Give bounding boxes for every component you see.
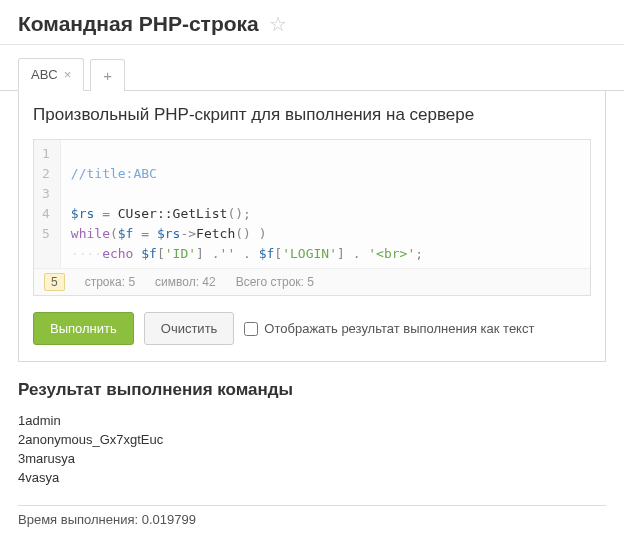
divider <box>18 505 606 506</box>
status-line: строка: 5 <box>85 275 135 289</box>
execute-button[interactable]: Выполнить <box>33 312 134 345</box>
panel-title: Произвольный PHP-скрипт для выполнения н… <box>33 105 591 125</box>
as-text-label: Отображать результат выполнения как текс… <box>264 321 534 336</box>
current-line-indicator: 5 <box>44 273 65 291</box>
tab-abc[interactable]: ABC × <box>18 58 84 91</box>
clear-button[interactable]: Очистить <box>144 312 235 345</box>
editor-status-bar: 5 строка: 5 символ: 42 Всего строк: 5 <box>34 268 590 295</box>
as-text-checkbox-row[interactable]: Отображать результат выполнения как текс… <box>244 321 534 336</box>
line-gutter: 1 2 3 4 5 <box>34 140 61 268</box>
tab-add-button[interactable]: + <box>90 59 125 91</box>
close-icon[interactable]: × <box>64 67 72 82</box>
result-output: 1admin 2anonymous_Gx7xgtEuc 3marusya 4va… <box>18 412 606 487</box>
result-title: Результат выполнения команды <box>18 380 606 400</box>
code-editor[interactable]: 1 2 3 4 5 //title:ABC $rs = CUser::GetLi… <box>33 139 591 296</box>
result-line: 1admin <box>18 412 606 431</box>
execution-time: Время выполнения: 0.019799 <box>0 512 624 537</box>
favorite-star-icon[interactable]: ☆ <box>269 12 287 36</box>
tab-label: ABC <box>31 67 58 82</box>
status-total: Всего строк: 5 <box>236 275 314 289</box>
result-line: 2anonymous_Gx7xgtEuc <box>18 431 606 450</box>
status-col: символ: 42 <box>155 275 216 289</box>
tabs-bar: ABC × + <box>0 45 624 91</box>
as-text-checkbox[interactable] <box>244 322 258 336</box>
editor-panel: Произвольный PHP-скрипт для выполнения н… <box>18 91 606 362</box>
plus-icon: + <box>103 67 112 84</box>
result-line: 4vasya <box>18 469 606 488</box>
page-title: Командная PHP-строка <box>18 12 259 36</box>
code-content[interactable]: //title:ABC $rs = CUser::GetList(); whil… <box>61 140 433 268</box>
result-line: 3marusya <box>18 450 606 469</box>
